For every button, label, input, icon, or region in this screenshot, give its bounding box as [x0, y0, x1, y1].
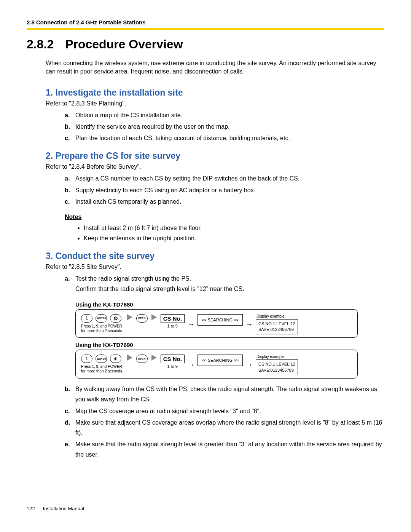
list-item: c.Plan the location of each CS, taking a…	[65, 133, 384, 143]
csno-range: 1 to 9	[167, 364, 178, 369]
list-item: b.Identify the service area required by …	[65, 121, 384, 132]
refer-2: Refer to "2.8.4 Before Site Survey".	[46, 163, 384, 170]
list-item: d.Make sure that adjacent CS coverage ar…	[65, 417, 384, 438]
page-footer: 122 Installation Manual	[27, 506, 384, 511]
list-s1: a.Obtain a map of the CS installation si…	[27, 110, 384, 144]
csno-range: 1 to 9	[167, 324, 178, 328]
heading-conduct: 3. Conduct the site survey	[46, 251, 384, 261]
arrow-icon: →	[188, 361, 194, 368]
triangle-icon	[127, 355, 132, 361]
device-box-7680: 1 WXYZ9 ⏻ Press 1, 9, and POWER for more…	[75, 309, 358, 338]
device-label-7690: Using the KX-TD7690	[75, 342, 384, 348]
header-divider	[27, 28, 384, 30]
heading-investigate: 1. Investigate the installation site	[46, 88, 384, 98]
heading-prepare: 2. Prepare the CS for site survey	[46, 151, 384, 161]
section-title: Procedure Overview	[65, 37, 183, 51]
note-item: Install at least 2 m (6 ft 7 in) above t…	[84, 223, 384, 233]
device-label-7680: Using the KX-TD7680	[75, 301, 384, 308]
list-s2: a.Assign a CS number to each CS by setti…	[27, 173, 384, 207]
csno-box: CS No.	[161, 314, 185, 323]
press-note: Press 1, 9, and POWER for more than 2 se…	[81, 364, 123, 374]
section-number: 2.8.2	[27, 37, 54, 51]
searching-box: << SEARCHING >>	[198, 314, 243, 326]
display-example-label: Display example:	[256, 355, 298, 359]
list-item: b.By walking away from the CS with the P…	[65, 384, 384, 404]
list-item: a.Test the radio signal strength using t…	[65, 273, 384, 294]
display-example-box: CS NO.1 LEVEL:12 SAVE:0123456789	[256, 319, 298, 335]
display-example-box: CS NO.1 LEVEL:12 SAVE:0123456789	[256, 359, 298, 375]
searching-box: << SEARCHING >>	[198, 355, 243, 366]
key-power-icon: ⏻	[110, 314, 121, 323]
list-item: a.Assign a CS number to each CS by setti…	[65, 173, 384, 184]
refer-1: Refer to "2.8.3 Site Planning".	[46, 100, 384, 107]
refer-3: Refer to "2.8.5 Site Survey".	[46, 264, 384, 270]
page-number: 122	[27, 506, 39, 511]
footer-doc-title: Installation Manual	[43, 506, 84, 511]
arrow-icon: →	[246, 321, 253, 328]
triangle-icon	[151, 314, 157, 320]
key-handset-icon: ✆	[110, 355, 121, 363]
device-box-7690: 1 WXYZ9 ✆ Press 1, 9, and POWER for more…	[75, 350, 358, 379]
notes-heading: Notes	[65, 214, 384, 220]
arrow-icon: →	[188, 321, 194, 328]
list-item: b.Supply electricity to each CS using an…	[65, 185, 384, 195]
display-example-label: Display example:	[256, 314, 298, 318]
list-s3rest: b.By walking away from the CS with the P…	[27, 384, 384, 460]
list-item: e.Make sure that the radio signal streng…	[65, 439, 384, 460]
note-item: Keep the antennas in the upright positio…	[84, 233, 384, 243]
list-item: c.Install each CS temporarily as planned…	[65, 197, 384, 207]
key-open-icon: OPEN	[136, 355, 148, 363]
key-1-icon: 1	[81, 355, 92, 363]
csno-box: CS No.	[161, 355, 185, 363]
list-item: a.Obtain a map of the CS installation si…	[65, 110, 384, 120]
notes-list: Install at least 2 m (6 ft 7 in) above t…	[27, 223, 384, 243]
intro-paragraph: When connecting the wireless system, use…	[46, 59, 384, 76]
key-1-icon: 1	[81, 314, 92, 323]
triangle-icon	[151, 355, 157, 361]
page-header: 2.8 Connection of 2.4 GHz Portable Stati…	[27, 19, 384, 26]
arrow-icon: →	[246, 361, 253, 368]
list-item: c.Map the CS coverage area at radio sign…	[65, 406, 384, 416]
key-9-icon: WXYZ9	[96, 355, 107, 363]
list-s3a: a.Test the radio signal strength using t…	[27, 273, 384, 294]
section-heading: 2.8.2Procedure Overview	[27, 37, 384, 51]
triangle-icon	[127, 314, 132, 320]
key-open-icon: OPEN	[136, 314, 148, 323]
key-9-icon: WXYZ9	[96, 314, 107, 323]
press-note: Press 1, 9, and POWER for more than 2 se…	[81, 324, 123, 333]
